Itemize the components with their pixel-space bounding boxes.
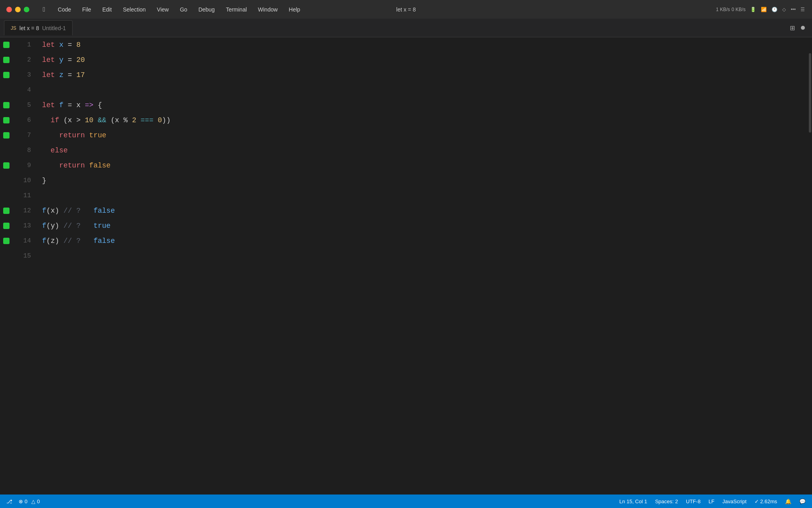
result-14: false (94, 237, 115, 245)
gutter-row-5: 5 (0, 98, 36, 113)
keyword-let-2: let (42, 56, 55, 64)
battery-icon: 🔋 (750, 7, 756, 12)
keyword-if: if (51, 116, 59, 124)
traffic-lights (0, 7, 36, 12)
status-left-section: ⎇ ⊗ 0 △ 0 (6, 498, 40, 504)
gutter-row-10: 10 (0, 173, 36, 188)
line-gutter: 1 2 3 4 5 6 7 8 (0, 37, 36, 495)
scrollbar-thumb[interactable] (809, 53, 811, 133)
close-button[interactable] (6, 7, 12, 12)
code-line-3: let z = 17 (42, 67, 808, 83)
brace-open: { (98, 101, 102, 109)
num-20: 20 (76, 56, 85, 64)
debug-dot-13[interactable] (3, 223, 10, 229)
branch-icon: ⎇ (6, 498, 12, 504)
brace-close: } (42, 177, 46, 185)
comment-13: // ? (63, 222, 80, 230)
profile-icon: ◇ (782, 7, 786, 12)
menu-window[interactable]: Window (253, 0, 283, 19)
status-right-section: Ln 15, Col 1 Spaces: 2 UTF-8 LF JavaScri… (619, 498, 806, 504)
code-line-12: f ( x ) // ? false (42, 203, 808, 218)
and-op: && (98, 116, 106, 124)
menu-view[interactable]: View (151, 0, 174, 19)
menu-code[interactable]: Code (52, 0, 77, 19)
line-number-1: 1 (19, 41, 31, 48)
num-8: 8 (76, 41, 80, 49)
error-count[interactable]: ⊗ 0 △ 0 (19, 498, 40, 504)
feedback-icon[interactable]: 💬 (799, 498, 806, 504)
comment-12: // ? (63, 207, 80, 215)
notification-bell[interactable]: 🔔 (785, 498, 791, 504)
debug-dot-5[interactable] (3, 102, 10, 108)
menu-file[interactable]: File (77, 0, 97, 19)
vertical-scrollbar[interactable] (808, 37, 812, 495)
gutter-row-8: 8 (0, 143, 36, 158)
error-num: 0 (25, 498, 27, 504)
cursor-position[interactable]: Ln 15, Col 1 (619, 498, 647, 504)
debug-dot-2[interactable] (3, 57, 10, 63)
line-number-12: 12 (19, 207, 31, 214)
line-number-10: 10 (19, 177, 31, 184)
num-0: 0 (158, 116, 162, 124)
code-line-1: let x = 8 (42, 37, 808, 52)
code-editor[interactable]: let x = 8 let y = 20 let z = 17 let (36, 37, 808, 495)
line-number-13: 13 (19, 222, 31, 229)
eol-type[interactable]: LF (709, 498, 714, 504)
code-line-4 (42, 83, 808, 98)
var-y: y (59, 56, 63, 64)
error-icon: ⊗ (19, 498, 23, 504)
gutter-row-3: 3 (0, 67, 36, 83)
line-number-9: 9 (19, 162, 31, 169)
bandwidth-display: 1 KB/s 0 KB/s (716, 7, 746, 12)
editor-actions: ⊞ (788, 24, 808, 32)
apple-menu[interactable]:  (36, 0, 52, 19)
result-12: false (94, 207, 115, 215)
keyword-return-7: return (59, 131, 85, 139)
menu-debug[interactable]: Debug (193, 0, 220, 19)
tab-bar: JS let x = 8 Untitled-1 ⊞ (0, 19, 812, 37)
language-mode[interactable]: JavaScript (722, 498, 747, 504)
code-line-2: let y = 20 (42, 52, 808, 67)
maximize-button[interactable] (24, 7, 29, 12)
debug-dot-14[interactable] (3, 238, 10, 244)
call-f-13: f (42, 222, 46, 230)
gutter-row-1: 1 (0, 37, 36, 52)
git-branch[interactable]: ⎇ (6, 498, 12, 504)
code-line-7: return true (42, 128, 808, 143)
debug-dot-6[interactable] (3, 117, 10, 123)
gutter-row-2: 2 (0, 52, 36, 67)
menu-selection[interactable]: Selection (117, 0, 151, 19)
minimize-button[interactable] (15, 7, 21, 12)
gutter-row-6: 6 (0, 113, 36, 128)
gutter-row-4: 4 (0, 83, 36, 98)
editor-area: 1 2 3 4 5 6 7 8 (0, 37, 812, 495)
debug-dot-3[interactable] (3, 72, 10, 78)
menu-terminal[interactable]: Terminal (220, 0, 253, 19)
indentation[interactable]: Spaces: 2 (655, 498, 678, 504)
line-number-14: 14 (19, 237, 31, 244)
tab-label: let x = 8 Untitled-1 (19, 25, 66, 31)
keyword-return-9: return (59, 162, 85, 169)
menu-edit[interactable]: Edit (97, 0, 117, 19)
code-line-13: f ( y ) // ? true (42, 218, 808, 233)
line-number-5: 5 (19, 102, 31, 109)
menu-help[interactable]: Help (283, 0, 306, 19)
line-number-3: 3 (19, 71, 31, 79)
wifi-icon: 📶 (761, 7, 767, 12)
split-editor-icon[interactable]: ⊞ (788, 24, 796, 32)
var-f: f (59, 101, 63, 109)
keyword-let: let (42, 41, 55, 49)
debug-dot-7[interactable] (3, 132, 10, 139)
debug-dot-1[interactable] (3, 42, 10, 48)
code-line-10: } (42, 173, 808, 188)
var-z: z (59, 71, 63, 79)
menu-go[interactable]: Go (174, 0, 193, 19)
debug-dot-12[interactable] (3, 208, 10, 214)
gutter-row-15: 15 (0, 248, 36, 264)
keyword-let-3: let (42, 71, 55, 79)
encoding[interactable]: UTF-8 (686, 498, 701, 504)
code-line-8: else (42, 143, 808, 158)
debug-dot-9[interactable] (3, 162, 10, 169)
tab-untitled1[interactable]: JS let x = 8 Untitled-1 (4, 20, 73, 35)
gutter-row-7: 7 (0, 128, 36, 143)
